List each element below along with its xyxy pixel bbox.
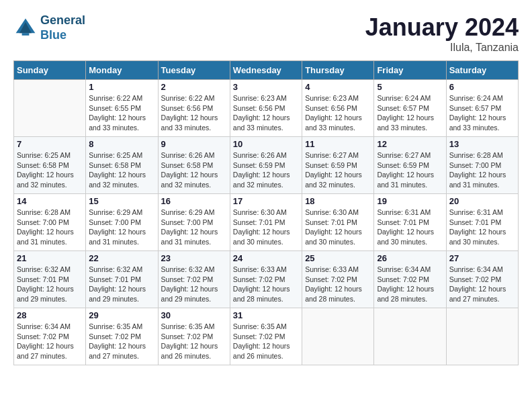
sunset-text: Sunset: 6:57 PM <box>377 103 443 113</box>
sunset-text: Sunset: 7:01 PM <box>17 275 83 285</box>
day-info: Sunrise: 6:26 AMSunset: 6:59 PMDaylight:… <box>233 150 299 190</box>
daylight-text: Daylight: 12 hours and 32 minutes. <box>305 170 371 189</box>
daylight-text: Daylight: 12 hours and 33 minutes. <box>449 113 515 132</box>
sunset-text: Sunset: 7:01 PM <box>305 218 371 228</box>
day-info: Sunrise: 6:32 AMSunset: 7:01 PMDaylight:… <box>89 265 154 304</box>
sunset-text: Sunset: 6:55 PM <box>89 103 154 113</box>
sunrise-text: Sunrise: 6:22 AM <box>161 93 227 103</box>
sunrise-text: Sunrise: 6:34 AM <box>17 322 83 332</box>
calendar-week-row: 1Sunrise: 6:22 AMSunset: 6:55 PMDaylight… <box>14 80 519 137</box>
day-info: Sunrise: 6:33 AMSunset: 7:02 PMDaylight:… <box>305 265 371 304</box>
sunrise-text: Sunrise: 6:34 AM <box>449 265 515 275</box>
calendar-day-cell: 16Sunrise: 6:29 AMSunset: 7:00 PMDayligh… <box>158 194 230 251</box>
logo-text: General Blue <box>40 13 85 42</box>
daylight-text: Daylight: 12 hours and 33 minutes. <box>89 113 154 132</box>
sunrise-text: Sunrise: 6:32 AM <box>17 265 83 275</box>
calendar-day-cell: 3Sunrise: 6:23 AMSunset: 6:56 PMDaylight… <box>230 80 302 137</box>
calendar-day-cell: 11Sunrise: 6:27 AMSunset: 6:59 PMDayligh… <box>302 137 374 194</box>
day-info: Sunrise: 6:25 AMSunset: 6:58 PMDaylight:… <box>17 150 83 190</box>
daylight-text: Daylight: 12 hours and 30 minutes. <box>449 227 515 246</box>
sunset-text: Sunset: 6:58 PM <box>161 161 227 171</box>
sunset-text: Sunset: 6:56 PM <box>305 103 371 113</box>
calendar-day-cell: 14Sunrise: 6:28 AMSunset: 7:00 PMDayligh… <box>14 194 86 251</box>
svg-rect-2 <box>22 33 30 36</box>
month-year: January 2024 <box>365 13 519 42</box>
day-number: 11 <box>305 139 371 149</box>
daylight-text: Daylight: 12 hours and 28 minutes. <box>377 284 443 304</box>
page-header: General Blue January 2024 Ilula, Tanzani… <box>13 13 519 54</box>
daylight-text: Daylight: 12 hours and 27 minutes. <box>449 284 515 304</box>
calendar-week-row: 14Sunrise: 6:28 AMSunset: 7:00 PMDayligh… <box>14 194 519 251</box>
sunrise-text: Sunrise: 6:31 AM <box>449 208 515 218</box>
sunset-text: Sunset: 7:02 PM <box>449 275 515 285</box>
daylight-text: Daylight: 12 hours and 31 minutes. <box>89 227 154 246</box>
location: Ilula, Tanzania <box>365 42 519 54</box>
daylight-text: Daylight: 12 hours and 32 minutes. <box>233 170 299 189</box>
calendar-day-cell: 29Sunrise: 6:35 AMSunset: 7:02 PMDayligh… <box>86 308 158 365</box>
day-info: Sunrise: 6:31 AMSunset: 7:01 PMDaylight:… <box>449 208 515 247</box>
sunset-text: Sunset: 7:01 PM <box>233 218 299 228</box>
day-info: Sunrise: 6:23 AMSunset: 6:56 PMDaylight:… <box>305 93 371 133</box>
sunrise-text: Sunrise: 6:29 AM <box>161 208 227 218</box>
daylight-text: Daylight: 12 hours and 27 minutes. <box>89 341 154 361</box>
day-info: Sunrise: 6:28 AMSunset: 7:00 PMDaylight:… <box>449 150 515 190</box>
calendar-day-cell: 22Sunrise: 6:32 AMSunset: 7:01 PMDayligh… <box>86 251 158 308</box>
daylight-text: Daylight: 12 hours and 31 minutes. <box>377 170 443 189</box>
sunrise-text: Sunrise: 6:23 AM <box>305 93 371 103</box>
day-number: 13 <box>449 139 515 149</box>
daylight-text: Daylight: 12 hours and 30 minutes. <box>377 227 443 246</box>
day-number: 3 <box>233 82 299 92</box>
calendar-day-cell: 8Sunrise: 6:25 AMSunset: 6:58 PMDaylight… <box>86 137 158 194</box>
day-number: 12 <box>377 139 443 149</box>
daylight-text: Daylight: 12 hours and 33 minutes. <box>377 113 443 132</box>
title-block: January 2024 Ilula, Tanzania <box>365 13 519 54</box>
daylight-text: Daylight: 12 hours and 32 minutes. <box>161 170 227 189</box>
col-wednesday: Wednesday <box>230 61 302 80</box>
sunrise-text: Sunrise: 6:26 AM <box>233 150 299 161</box>
calendar-day-cell: 17Sunrise: 6:30 AMSunset: 7:01 PMDayligh… <box>230 194 302 251</box>
day-number: 4 <box>305 82 371 92</box>
daylight-text: Daylight: 12 hours and 30 minutes. <box>305 227 371 246</box>
sunset-text: Sunset: 6:59 PM <box>233 161 299 171</box>
calendar-day-cell: 6Sunrise: 6:24 AMSunset: 6:57 PMDaylight… <box>446 80 518 137</box>
sunset-text: Sunset: 7:02 PM <box>161 275 227 285</box>
calendar-day-cell: 26Sunrise: 6:34 AMSunset: 7:02 PMDayligh… <box>374 251 446 308</box>
calendar-day-cell: 9Sunrise: 6:26 AMSunset: 6:58 PMDaylight… <box>158 137 230 194</box>
day-info: Sunrise: 6:26 AMSunset: 6:58 PMDaylight:… <box>161 150 227 190</box>
calendar-day-cell: 2Sunrise: 6:22 AMSunset: 6:56 PMDaylight… <box>158 80 230 137</box>
calendar-week-row: 28Sunrise: 6:34 AMSunset: 7:02 PMDayligh… <box>14 308 519 365</box>
sunrise-text: Sunrise: 6:29 AM <box>89 208 154 218</box>
calendar-day-cell: 5Sunrise: 6:24 AMSunset: 6:57 PMDaylight… <box>374 80 446 137</box>
col-thursday: Thursday <box>302 61 374 80</box>
daylight-text: Daylight: 12 hours and 28 minutes. <box>305 284 371 304</box>
day-info: Sunrise: 6:29 AMSunset: 7:00 PMDaylight:… <box>161 208 227 247</box>
day-info: Sunrise: 6:34 AMSunset: 7:02 PMDaylight:… <box>377 265 443 304</box>
sunrise-text: Sunrise: 6:35 AM <box>89 322 154 332</box>
sunset-text: Sunset: 6:59 PM <box>305 161 371 171</box>
calendar-day-cell: 27Sunrise: 6:34 AMSunset: 7:02 PMDayligh… <box>446 251 518 308</box>
sunrise-text: Sunrise: 6:23 AM <box>233 93 299 103</box>
daylight-text: Daylight: 12 hours and 31 minutes. <box>161 227 227 246</box>
sunset-text: Sunset: 7:02 PM <box>233 332 299 342</box>
day-number: 23 <box>161 253 227 263</box>
sunset-text: Sunset: 7:01 PM <box>449 218 515 228</box>
day-number: 16 <box>161 196 227 206</box>
calendar-day-cell: 23Sunrise: 6:32 AMSunset: 7:02 PMDayligh… <box>158 251 230 308</box>
sunset-text: Sunset: 7:00 PM <box>17 218 83 228</box>
daylight-text: Daylight: 12 hours and 32 minutes. <box>17 170 83 189</box>
daylight-text: Daylight: 12 hours and 29 minutes. <box>89 284 154 304</box>
daylight-text: Daylight: 12 hours and 29 minutes. <box>161 284 227 304</box>
daylight-text: Daylight: 12 hours and 28 minutes. <box>233 284 299 304</box>
calendar-day-cell: 20Sunrise: 6:31 AMSunset: 7:01 PMDayligh… <box>446 194 518 251</box>
day-number: 30 <box>161 310 227 320</box>
sunrise-text: Sunrise: 6:28 AM <box>17 208 83 218</box>
day-number: 26 <box>377 253 443 263</box>
day-info: Sunrise: 6:27 AMSunset: 6:59 PMDaylight:… <box>305 150 371 190</box>
day-number: 1 <box>89 82 154 92</box>
sunset-text: Sunset: 7:02 PM <box>89 332 154 342</box>
day-info: Sunrise: 6:24 AMSunset: 6:57 PMDaylight:… <box>377 93 443 133</box>
calendar-day-cell: 28Sunrise: 6:34 AMSunset: 7:02 PMDayligh… <box>14 308 86 365</box>
sunrise-text: Sunrise: 6:33 AM <box>305 265 371 275</box>
day-info: Sunrise: 6:33 AMSunset: 7:02 PMDaylight:… <box>233 265 299 304</box>
day-info: Sunrise: 6:23 AMSunset: 6:56 PMDaylight:… <box>233 93 299 133</box>
